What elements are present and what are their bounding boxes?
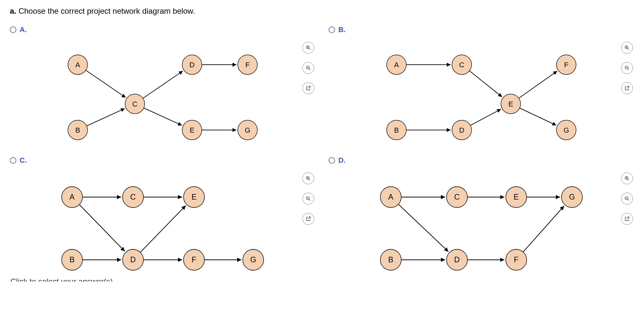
svg-text:C: C bbox=[454, 193, 460, 201]
question-text: a. Choose the correct project network di… bbox=[10, 7, 634, 16]
svg-line-61 bbox=[309, 199, 310, 201]
node-a: A bbox=[68, 55, 88, 74]
svg-text:G: G bbox=[563, 126, 569, 134]
option-d-radio[interactable] bbox=[329, 157, 335, 164]
edge-a-d bbox=[79, 204, 125, 251]
node-e: E bbox=[184, 187, 204, 207]
svg-text:E: E bbox=[190, 126, 195, 134]
svg-text:B: B bbox=[394, 126, 399, 134]
option-c-header[interactable]: C. bbox=[10, 156, 315, 165]
svg-line-82 bbox=[628, 199, 629, 201]
zoom-out-icon[interactable] bbox=[302, 193, 314, 204]
svg-text:B: B bbox=[75, 126, 80, 134]
edge-f-g bbox=[523, 206, 564, 252]
svg-line-19 bbox=[309, 69, 310, 70]
option-c-cell: C. ABCDEFG bbox=[10, 156, 315, 274]
node-g: G bbox=[238, 120, 257, 140]
svg-text:G: G bbox=[250, 255, 256, 264]
option-c-label[interactable]: C. bbox=[20, 156, 27, 165]
question-part-label: a. bbox=[10, 7, 16, 15]
node-d: D bbox=[122, 249, 143, 270]
option-a-label[interactable]: A. bbox=[20, 25, 27, 34]
option-a-cell: A. ABCDEFG bbox=[10, 25, 315, 143]
svg-text:B: B bbox=[70, 255, 75, 264]
node-d: D bbox=[452, 120, 472, 140]
svg-text:C: C bbox=[132, 100, 137, 108]
edge-a-d bbox=[398, 204, 448, 252]
svg-text:C: C bbox=[459, 61, 464, 69]
open-external-icon[interactable] bbox=[621, 213, 633, 225]
option-b-radio[interactable] bbox=[329, 26, 335, 33]
zoom-in-icon[interactable] bbox=[621, 172, 633, 184]
option-c-tools bbox=[302, 172, 314, 225]
svg-line-36 bbox=[628, 48, 629, 50]
option-d-label[interactable]: D. bbox=[338, 156, 346, 165]
option-d-header[interactable]: D. bbox=[329, 156, 634, 165]
node-f: F bbox=[238, 55, 257, 74]
svg-text:A: A bbox=[70, 193, 75, 201]
node-a: A bbox=[380, 187, 401, 207]
edge-a-c bbox=[86, 70, 126, 98]
zoom-in-icon[interactable] bbox=[302, 172, 314, 184]
zoom-out-icon[interactable] bbox=[621, 193, 633, 204]
option-a-diagram: ABCDEFG bbox=[29, 39, 296, 143]
zoom-in-icon[interactable] bbox=[302, 42, 314, 54]
node-b: B bbox=[68, 120, 88, 140]
option-a-svg: ABCDEFG bbox=[29, 39, 296, 143]
node-a: A bbox=[62, 187, 83, 207]
option-d-cell: D. ABCDEFG bbox=[329, 156, 634, 274]
option-c-radio[interactable] bbox=[10, 157, 16, 164]
option-b-diagram: ABCDEFG bbox=[348, 39, 615, 143]
open-external-icon[interactable] bbox=[302, 213, 314, 225]
node-b: B bbox=[387, 120, 406, 140]
svg-text:F: F bbox=[192, 255, 196, 264]
option-a-tools bbox=[302, 42, 314, 94]
option-b-tools bbox=[621, 42, 633, 94]
svg-text:G: G bbox=[569, 193, 575, 201]
node-f: F bbox=[184, 249, 204, 270]
option-b-svg: ABCDEFG bbox=[348, 39, 615, 143]
option-a-radio[interactable] bbox=[10, 26, 16, 33]
node-b: B bbox=[62, 249, 83, 270]
zoom-out-icon[interactable] bbox=[302, 62, 314, 74]
svg-text:A: A bbox=[388, 193, 394, 201]
svg-line-15 bbox=[309, 48, 310, 50]
zoom-in-icon[interactable] bbox=[621, 42, 633, 54]
svg-line-40 bbox=[628, 69, 629, 70]
svg-text:F: F bbox=[514, 255, 519, 264]
svg-text:A: A bbox=[75, 61, 80, 69]
node-a: A bbox=[387, 55, 406, 74]
node-d: D bbox=[446, 249, 467, 270]
svg-text:D: D bbox=[459, 126, 464, 134]
svg-text:A: A bbox=[394, 61, 399, 69]
svg-text:C: C bbox=[130, 193, 136, 201]
node-g: G bbox=[556, 120, 576, 140]
svg-text:E: E bbox=[508, 100, 513, 108]
edge-c-d bbox=[143, 71, 183, 98]
svg-text:F: F bbox=[245, 61, 250, 69]
node-g: G bbox=[243, 249, 264, 270]
node-f: F bbox=[506, 249, 527, 270]
edge-e-f bbox=[519, 71, 557, 98]
option-b-header[interactable]: B. bbox=[329, 25, 634, 34]
node-e: E bbox=[506, 187, 527, 207]
question-body: Choose the correct project network diagr… bbox=[19, 7, 195, 15]
open-external-icon[interactable] bbox=[621, 82, 633, 94]
node-e: E bbox=[182, 120, 202, 140]
edge-d-e bbox=[140, 205, 186, 252]
open-external-icon[interactable] bbox=[302, 82, 314, 94]
node-c: C bbox=[452, 55, 472, 74]
edge-c-e bbox=[144, 108, 182, 125]
option-d-tools bbox=[621, 172, 633, 225]
option-d-diagram: ABCDEFG bbox=[348, 169, 615, 274]
option-b-label[interactable]: B. bbox=[338, 25, 346, 34]
edge-b-c bbox=[87, 108, 125, 126]
zoom-out-icon[interactable] bbox=[621, 62, 633, 74]
option-a-header[interactable]: A. bbox=[10, 25, 315, 34]
svg-line-57 bbox=[309, 179, 310, 180]
option-c-diagram: ABCDEFG bbox=[29, 169, 296, 274]
footer-hint: Click to select your answer(s) bbox=[10, 277, 634, 282]
svg-text:D: D bbox=[189, 61, 195, 69]
edge-c-e bbox=[469, 71, 502, 97]
svg-text:D: D bbox=[454, 255, 460, 264]
